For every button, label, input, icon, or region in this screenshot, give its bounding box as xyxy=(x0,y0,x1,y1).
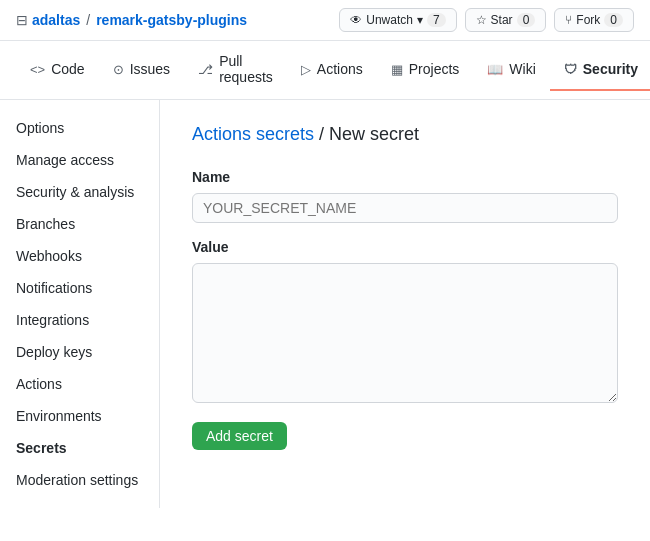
star-label: Star xyxy=(491,13,513,27)
value-label: Value xyxy=(192,239,618,255)
sidebar-item-options[interactable]: Options xyxy=(0,112,159,144)
sidebar-item-environments[interactable]: Environments xyxy=(0,400,159,432)
sidebar-item-manage-access[interactable]: Manage access xyxy=(0,144,159,176)
watch-count: 7 xyxy=(427,13,446,27)
fork-button[interactable]: ⑂ Fork 0 xyxy=(554,8,634,32)
sidebar: Options Manage access Security & analysi… xyxy=(0,100,160,508)
name-input[interactable] xyxy=(192,193,618,223)
sidebar-item-moderation[interactable]: Moderation settings xyxy=(0,464,159,496)
repo-icon: ⊟ xyxy=(16,12,28,28)
header-actions: 👁 Unwatch ▾ 7 ☆ Star 0 ⑂ Fork 0 xyxy=(339,8,634,32)
tab-projects-label: Projects xyxy=(409,61,460,77)
star-count: 0 xyxy=(517,13,536,27)
add-secret-button[interactable]: Add secret xyxy=(192,422,287,450)
tab-issues-label: Issues xyxy=(130,61,170,77)
layout: Options Manage access Security & analysi… xyxy=(0,100,650,508)
tab-actions-label: Actions xyxy=(317,61,363,77)
name-label: Name xyxy=(192,169,618,185)
sidebar-item-integrations[interactable]: Integrations xyxy=(0,304,159,336)
watch-button[interactable]: 👁 Unwatch ▾ 7 xyxy=(339,8,456,32)
sidebar-item-secrets[interactable]: Secrets xyxy=(0,432,159,464)
fork-count: 0 xyxy=(604,13,623,27)
value-field-group: Value xyxy=(192,239,618,406)
repo-name-link[interactable]: remark-gatsby-plugins xyxy=(96,12,247,28)
sidebar-item-actions[interactable]: Actions xyxy=(0,368,159,400)
tab-pull-requests[interactable]: ⎇ Pull requests xyxy=(184,41,287,99)
watch-label: Unwatch xyxy=(366,13,413,27)
name-field-group: Name xyxy=(192,169,618,223)
watch-dropdown-icon[interactable]: ▾ xyxy=(417,13,423,27)
tab-wiki[interactable]: 📖 Wiki xyxy=(473,49,549,91)
sidebar-item-notifications[interactable]: Notifications xyxy=(0,272,159,304)
actions-icon: ▷ xyxy=(301,62,311,77)
tab-wiki-label: Wiki xyxy=(509,61,535,77)
header: ⊟ adaltas / remark-gatsby-plugins 👁 Unwa… xyxy=(0,0,650,41)
security-icon: 🛡 xyxy=(564,62,577,77)
repo-slash: / xyxy=(86,12,90,28)
repo-title: adaltas / remark-gatsby-plugins xyxy=(32,12,247,28)
tab-projects[interactable]: ▦ Projects xyxy=(377,49,474,91)
breadcrumb-link[interactable]: Actions secrets xyxy=(192,124,314,144)
tab-security-label: Security xyxy=(583,61,638,77)
star-icon: ☆ xyxy=(476,13,487,27)
sidebar-item-security-analysis[interactable]: Security & analysis xyxy=(0,176,159,208)
page-heading: Actions secrets / New secret xyxy=(192,124,618,145)
main-content: Actions secrets / New secret Name Value … xyxy=(160,100,650,508)
wiki-icon: 📖 xyxy=(487,62,503,77)
pull-requests-icon: ⎇ xyxy=(198,62,213,77)
nav-tabs: <> Code ⊙ Issues ⎇ Pull requests ▷ Actio… xyxy=(0,41,650,100)
tab-code[interactable]: <> Code xyxy=(16,49,99,91)
tab-code-label: Code xyxy=(51,61,84,77)
tab-issues[interactable]: ⊙ Issues xyxy=(99,49,184,91)
star-button[interactable]: ☆ Star 0 xyxy=(465,8,547,32)
breadcrumb-separator: / New secret xyxy=(319,124,419,144)
tab-security[interactable]: 🛡 Security xyxy=(550,49,650,91)
page-header: Actions secrets / New secret xyxy=(192,124,618,145)
tab-pull-requests-label: Pull requests xyxy=(219,53,273,85)
issues-icon: ⊙ xyxy=(113,62,124,77)
eye-icon: 👁 xyxy=(350,13,362,27)
fork-label: Fork xyxy=(576,13,600,27)
value-textarea[interactable] xyxy=(192,263,618,403)
sidebar-item-deploy-keys[interactable]: Deploy keys xyxy=(0,336,159,368)
fork-icon: ⑂ xyxy=(565,13,572,27)
sidebar-item-branches[interactable]: Branches xyxy=(0,208,159,240)
tab-actions[interactable]: ▷ Actions xyxy=(287,49,377,91)
projects-icon: ▦ xyxy=(391,62,403,77)
sidebar-item-webhooks[interactable]: Webhooks xyxy=(0,240,159,272)
code-icon: <> xyxy=(30,62,45,77)
repo-owner-link[interactable]: adaltas xyxy=(32,12,80,28)
